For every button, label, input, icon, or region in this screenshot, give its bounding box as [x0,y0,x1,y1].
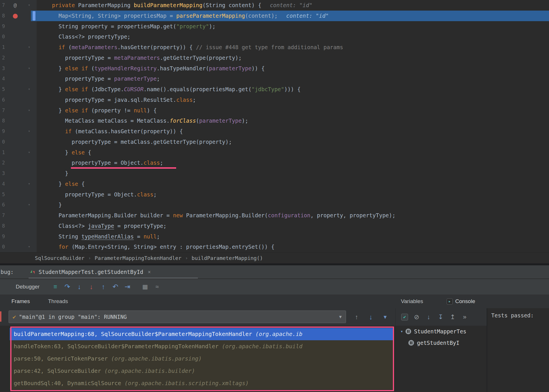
code-line[interactable]: 4▾ } else { [0,179,549,189]
code-line[interactable]: 9 String property = propertiesMap.get("p… [0,21,549,32]
frame-package: (org.apache.ibatis.build [222,343,303,350]
overflow-chevrons-icon[interactable]: » [459,311,470,323]
code-line[interactable]: 7@▾ private ParameterMapping buildParame… [0,0,549,11]
breakpoint-icon[interactable] [13,14,18,19]
tab-frames[interactable]: Frames [11,298,30,305]
frame-nav-actions: ↑↓▼ [349,308,392,326]
menu-icon[interactable]: ≡ [49,281,61,293]
annotation-icon: @ [9,0,22,11]
code-text: propertyType = metaParameters.getGetterT… [37,53,242,63]
close-icon[interactable]: × [148,269,151,275]
stack-frames-list[interactable]: buildParameterMapping:68, SqlSourceBuild… [0,326,395,392]
stop-button-edge[interactable] [0,311,1,322]
step-into-icon[interactable]: ↓ [73,281,85,293]
code-line[interactable]: 8 MetaClass metaClass = MetaClass.forCla… [0,116,549,126]
console-status-text: Tests passed: [491,312,534,319]
fold-marker-icon[interactable]: ▾ [22,147,37,158]
stack-frame[interactable]: buildParameterMapping:68, SqlSourceBuild… [10,328,394,340]
line-number: 1 [0,42,9,53]
code-text: Map<String, String> propertiesMap = pars… [37,11,329,21]
code-line[interactable]: 0 Class<?> propertyType; [0,31,549,42]
force-step-into-icon[interactable]: ↓ [85,281,97,293]
code-line[interactable]: 8 Class<?> javaType = propertyType; [0,221,549,231]
fold-marker-icon[interactable]: ▾ [22,84,37,95]
stack-frame[interactable]: parse:50, GenericTokenParser (org.apache… [10,353,394,365]
code-line[interactable]: 2 propertyType = Object.class; [0,158,549,168]
code-line[interactable]: 5▾ } else if (JdbcType.CURSOR.name().equ… [0,84,549,95]
fold-marker-icon[interactable]: ▾ [22,42,37,53]
next-frame-icon[interactable]: ↓ [364,311,378,323]
gutter: 5 [0,189,37,200]
code-line[interactable]: 8 Map<String, String> propertiesMap = pa… [0,11,549,21]
toolwindow-label: bug: [1,269,14,275]
code-text: if (metaClass.hasGetter(property)) { [37,126,183,137]
sort-alpha-icon[interactable]: ↓ [423,311,434,323]
breadcrumb-item[interactable]: ParameterMappingTokenHandler [95,255,181,261]
code-line[interactable]: 6 propertyType = java.sql.ResultSet.clas… [0,95,549,105]
code-line[interactable]: 0 propertyType = metaClass.getGetterType… [0,137,549,147]
code-text: propertyType = java.sql.ResultSet.class; [37,95,196,105]
code-line[interactable]: 9 String typeHandlerAlias = null; [0,231,549,242]
breadcrumb-item[interactable]: buildParameterMapping() [192,255,263,261]
tab-variables[interactable]: Variables [401,298,423,305]
ide-window: 7@▾ private ParameterMapping buildParame… [0,0,549,392]
gutter: 4▾ [0,179,37,189]
debug-session-tab[interactable]: StudentMapperTest.getStudentById × [30,265,151,278]
fold-marker-icon[interactable]: ▾ [22,126,37,137]
code-line[interactable]: 4 propertyType = parameterType; [0,73,549,84]
test-tree[interactable]: ▾StudentMapperTesgetStudentByI [396,326,487,392]
console-output[interactable]: Tests passed: [487,308,549,392]
thread-selector[interactable]: ✔ "main"@1 in group "main": RUNNING ▼ [9,311,346,323]
collapse-all-icon[interactable]: ↥ [447,311,458,323]
step-out-icon[interactable]: ↑ [97,281,109,293]
test-tree-label: StudentMapperTes [414,328,466,335]
fold-marker-icon[interactable]: ▾ [22,179,37,189]
settings-lines-icon[interactable]: ≈ [151,281,163,293]
tab-underline [29,278,198,278]
filter-frames-icon[interactable]: ▼ [378,311,392,323]
frame-location: parse:50, GenericTokenParser [14,355,111,362]
test-tree-item[interactable]: ▾StudentMapperTes [396,326,487,337]
test-tree-item[interactable]: getStudentByI [396,337,487,349]
stack-frame[interactable]: getBoundSql:40, DynamicSqlSource (org.ap… [10,377,394,389]
code-line[interactable]: 6▾ } [0,200,549,210]
previous-frame-icon[interactable]: ↑ [349,311,364,323]
code-line[interactable]: 9▾ if (metaClass.hasGetter(property)) { [0,126,549,137]
fold-marker-icon[interactable]: ▾ [22,242,37,252]
breadcrumb-item[interactable]: SqlSourceBuilder [35,255,84,261]
chevron-expanded-icon[interactable]: ▾ [398,329,405,334]
sort-order-icon[interactable]: ↧ [435,311,446,323]
code-text: propertyType = Object.class; [37,189,157,200]
view-layout-icon[interactable]: ▦ [139,281,151,293]
code-line[interactable]: 5 propertyType = Object.class; [0,189,549,200]
checkbox-checked-icon[interactable]: ✔ [401,314,408,321]
gutter: 0▾ [0,242,37,252]
mute-breakpoints-icon[interactable]: ⊘ [411,311,422,323]
fold-marker-icon[interactable]: ▾ [22,105,37,116]
line-number: 9 [0,231,9,242]
step-over-icon[interactable]: ↷ [61,281,73,293]
frame-package: (org.apache.ib [255,331,302,337]
code-line[interactable]: 7 ParameterMapping.Builder builder = new… [0,210,549,221]
code-editor[interactable]: 7@▾ private ParameterMapping buildParame… [0,0,549,252]
code-line[interactable]: 2 propertyType = metaParameters.getGette… [0,53,549,63]
tab-console[interactable]: ▸ Console [447,298,475,305]
run-to-cursor-icon[interactable]: ⇥ [121,281,133,293]
stack-frame[interactable]: parse:42, SqlSourceBuilder (org.apache.i… [10,365,394,377]
code-line[interactable]: 1▾ } else { [0,147,549,158]
code-line[interactable]: 1▾ if (metaParameters.hasGetter(property… [0,42,549,53]
fold-marker-icon[interactable]: ▾ [22,0,37,11]
frames-pane: ✔ "main"@1 in group "main": RUNNING ▼ ↑↓… [0,308,396,392]
stack-frame[interactable]: handleToken:63, SqlSourceBuilder$Paramet… [10,340,394,353]
drop-frame-icon[interactable]: ↶ [109,281,121,293]
fold-marker-icon[interactable]: ▾ [22,200,37,210]
gutter: 9 [0,21,37,32]
code-line[interactable]: 3 } [0,168,549,179]
fold-marker-icon[interactable]: ▾ [22,63,37,74]
gutter: 4 [0,73,37,84]
code-line[interactable]: 3▾ } else if (typeHandlerRegistry.hasTyp… [0,63,549,74]
code-line[interactable]: 0▾ for (Map.Entry<String, String> entry … [0,242,549,252]
gutter: 6▾ [0,200,37,210]
tab-threads[interactable]: Threads [48,298,68,305]
code-line[interactable]: 7▾ } else if (property != null) { [0,105,549,116]
